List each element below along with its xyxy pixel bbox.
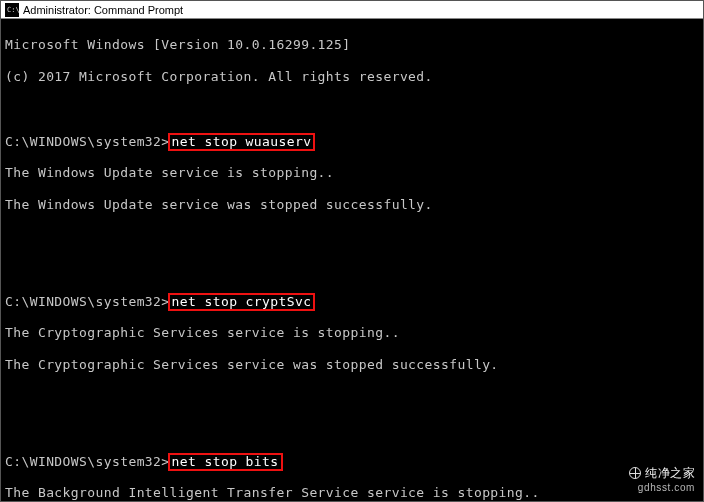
cmd-window: Administrator: Command Prompt Microsoft …	[0, 0, 704, 502]
output-line: The Windows Update service is stopping..	[5, 165, 699, 181]
client-area: Microsoft Windows [Version 10.0.16299.12…	[1, 19, 703, 501]
output-line: The Background Intelligent Transfer Serv…	[5, 485, 699, 501]
command-highlight: net stop bits	[168, 453, 283, 471]
blank-line	[5, 229, 699, 245]
output-line: The Windows Update service was stopped s…	[5, 197, 699, 213]
cmd-line: C:\WINDOWS\system32>net stop wuauserv	[5, 133, 699, 149]
copyright-line: (c) 2017 Microsoft Corporation. All righ…	[5, 69, 699, 85]
output-line: The Cryptographic Services service is st…	[5, 325, 699, 341]
blank-line	[5, 421, 699, 437]
version-line: Microsoft Windows [Version 10.0.16299.12…	[5, 37, 699, 53]
console-output[interactable]: Microsoft Windows [Version 10.0.16299.12…	[1, 19, 703, 502]
prompt: C:\WINDOWS\system32>	[5, 454, 170, 469]
blank-line	[5, 389, 699, 405]
window-title: Administrator: Command Prompt	[23, 1, 183, 19]
cmd-line: C:\WINDOWS\system32>net stop bits	[5, 453, 699, 469]
blank-line	[5, 101, 699, 117]
cmd-line: C:\WINDOWS\system32>net stop cryptSvc	[5, 293, 699, 309]
prompt: C:\WINDOWS\system32>	[5, 134, 170, 149]
blank-line	[5, 261, 699, 277]
command-highlight: net stop wuauserv	[168, 133, 316, 151]
command-highlight: net stop cryptSvc	[168, 293, 316, 311]
output-line: The Cryptographic Services service was s…	[5, 357, 699, 373]
cmd-icon[interactable]	[5, 3, 19, 17]
prompt: C:\WINDOWS\system32>	[5, 294, 170, 309]
titlebar[interactable]: Administrator: Command Prompt	[1, 1, 703, 19]
